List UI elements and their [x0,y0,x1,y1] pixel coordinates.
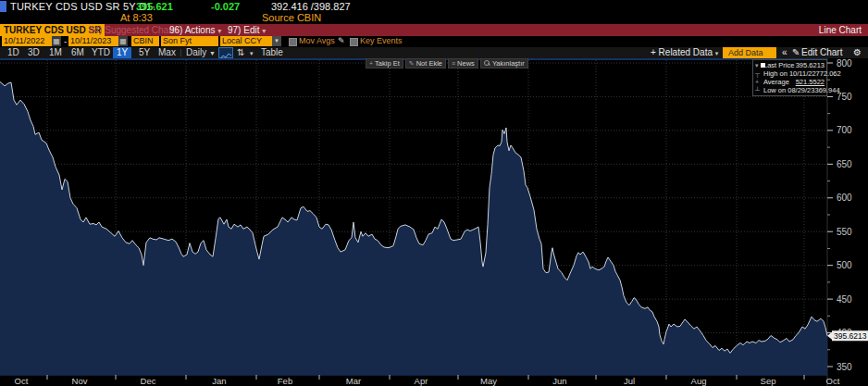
svg-text:650: 650 [837,159,852,169]
currency-select[interactable]: Local CCY [220,36,274,46]
svg-text:Feb: Feb [278,376,292,386]
last-price: 395.621 [136,1,173,12]
zoom-button[interactable]: Yakınlaştır [480,58,528,68]
svg-text:395.6213: 395.6213 [834,331,867,341]
chart-tools: +Takip Et ✎Not Ekle ≡News Yakınlaştır [366,58,528,68]
gear-icon[interactable]: ⚙ [853,47,862,58]
pencil-icon: ✎ [409,59,415,68]
menu-bar: TURKEY CDS USD SR 94) Suggested Charts 9… [0,24,868,36]
svg-text:Dec: Dec [141,376,156,386]
chevron-down-icon: ▼ [209,50,216,56]
calendar-icon[interactable]: ▦ [52,36,61,46]
svg-text:Nov: Nov [72,376,88,386]
bid-ask: 392.416 /398.827 [271,1,351,12]
date-range-dash: - [64,36,67,46]
actions-menu[interactable]: 96) Actions ▾ [169,24,221,37]
svg-text:Sep: Sep [761,376,776,386]
edit-menu[interactable]: 97) Edit ▾ [228,24,266,37]
price-field-input[interactable]: Son Fyt [161,36,218,46]
plus-icon: + [369,59,373,68]
date-to-input[interactable]: 10/11/2023 [68,36,120,46]
add-data-input[interactable]: Add Data [723,47,776,58]
svg-text:Jul: Jul [624,376,635,386]
svg-text:Apr: Apr [415,376,428,386]
pencil-icon: ✎ [792,47,800,58]
chart-plot-area[interactable]: 350400450500550600650700750800OctNovDecJ… [0,58,868,386]
chevron-down-icon[interactable]: ▼ [272,36,281,46]
svg-text:Oct: Oct [826,376,840,386]
bloomberg-terminal-window: TURKEY CDS USD SR 5Y D1· 395.621 -0.027 … [0,0,868,386]
key-events-checkbox[interactable] [350,38,358,46]
high-marker-icon: ┬ [755,70,763,77]
quote-source: Source CBIN [262,12,321,23]
collapse-icon[interactable]: « [782,47,787,58]
quote-header: TURKEY CDS USD SR 5Y D1· 395.621 -0.027 … [0,0,868,24]
chart-legend: ▾ Last Price 395.6213 ┬ High on 10/11/22… [752,59,827,96]
key-events-label: Key Events [360,36,403,46]
svg-text:700: 700 [837,125,852,135]
mov-avgs-label: Mov Avgs [299,36,335,46]
legend-last-price[interactable]: ▾ Last Price 395.6213 [755,61,825,69]
range-6m[interactable]: 6M [71,47,84,58]
average-marker-icon: + [755,79,763,85]
range-max[interactable]: Max [158,47,176,58]
date-from-input[interactable]: 10/11/2022 [2,36,54,46]
chart-type-label: Line Chart [819,24,862,36]
svg-text:600: 600 [837,193,852,203]
magnifier-icon [484,60,490,67]
svg-text:Mar: Mar [346,376,361,386]
svg-text:800: 800 [837,58,852,68]
low-marker-icon: ┴ [755,87,763,93]
annotate-button[interactable]: ✎Not Ekle [405,58,446,68]
chart-panel: 350400450500550600650700750800OctNovDecJ… [0,58,868,386]
legend-high[interactable]: ┬ High on 10/11/22 772.062 [755,69,825,78]
table-button[interactable]: Table [261,47,283,58]
mov-avgs-checkbox[interactable] [289,38,297,46]
quote-time: At 8:33 [120,12,153,23]
list-icon: ≡ [452,59,455,68]
svg-text:Jan: Jan [212,376,226,386]
pencil-icon[interactable]: ✎ [338,36,345,46]
svg-text:Oct: Oct [15,376,29,386]
line-chart-type-button[interactable] [218,47,233,58]
price-change: -0.027 [211,1,240,12]
svg-text:450: 450 [837,294,852,305]
range-3d[interactable]: 3D [28,47,40,58]
chart-settings-bar: 10/11/2022 ▦ - 10/11/2023 ▦ CBIN Son Fyt… [0,36,868,47]
track-button[interactable]: +Takip Et [366,58,403,68]
range-ytd[interactable]: YTD [92,47,110,58]
chevron-down-icon: ▾ [715,50,719,56]
legend-low[interactable]: ┴ Low on 08/29/23 369.944 [755,86,825,94]
divider [180,49,181,56]
svg-text:Aug: Aug [691,376,707,386]
news-button[interactable]: ≡News [448,58,478,68]
sort-updown-button[interactable]: ⇅ [237,47,244,58]
range-1m[interactable]: 1M [49,47,62,58]
legend-average[interactable]: + Average 521.5522 [755,78,825,86]
legend-caret-icon: ▾ [755,62,763,69]
pricing-source-input[interactable]: CBIN [131,36,159,46]
calendar-icon[interactable]: ▦ [118,36,128,46]
svg-text:350: 350 [837,362,852,372]
security-title: TURKEY CDS USD SR 5Y D1· [10,1,155,12]
chevron-down-icon: ▾ [262,27,266,35]
range-1d[interactable]: 1D [7,47,19,58]
range-5y[interactable]: 5Y [139,47,150,58]
suggested-charts-menu[interactable]: 94) Suggested Charts [89,24,179,36]
edit-chart-button[interactable]: Edit Chart [801,47,842,58]
svg-text:Jun: Jun [552,376,566,386]
svg-text:550: 550 [837,227,852,237]
svg-text:500: 500 [837,260,852,270]
panel-indicator-icon [0,1,6,12]
range-1y-selected[interactable]: 1Y [113,47,131,58]
chevron-down-icon: ▾ [217,27,221,35]
svg-text:May: May [480,376,497,386]
